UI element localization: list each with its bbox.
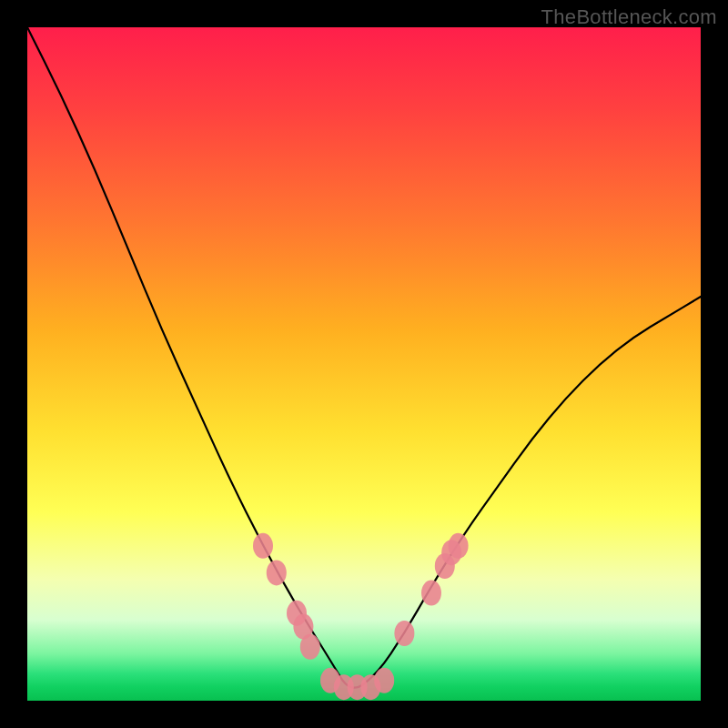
curve-marker [394,621,414,646]
plot-area [27,27,701,701]
curve-marker [267,560,287,585]
curve-marker [300,634,320,660]
curve-marker [253,533,273,559]
curve-marker [449,533,469,559]
chart-frame: TheBottleneck.com [0,0,728,728]
curve-layer [27,27,701,701]
marker-group [253,533,469,700]
curve-path-group [27,27,701,688]
curve-marker [421,581,441,606]
watermark-text: TheBottleneck.com [541,5,717,29]
curve-marker [374,668,394,693]
mismatch-curve [27,27,701,688]
